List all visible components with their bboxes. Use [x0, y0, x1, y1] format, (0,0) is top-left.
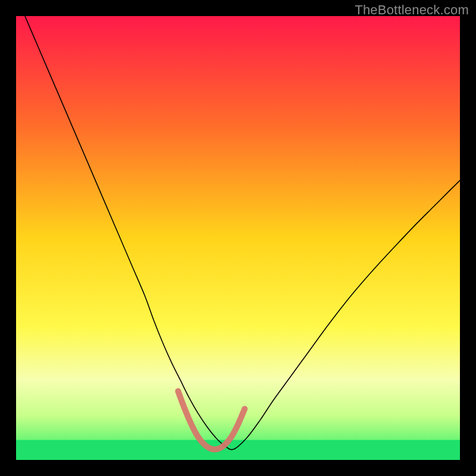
optimal-green-band: [16, 440, 460, 460]
bottleneck-chart: [16, 16, 460, 460]
heatmap-gradient-background: [16, 16, 460, 460]
plot-frame: [16, 16, 460, 460]
watermark-text: TheBottleneck.com: [355, 2, 469, 18]
